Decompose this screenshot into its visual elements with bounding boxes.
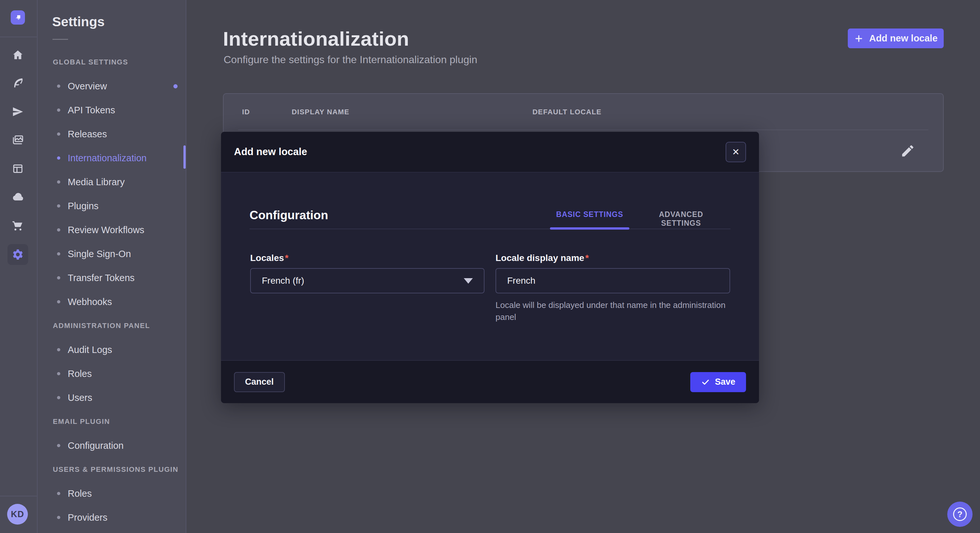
title-divider [52,39,68,40]
sidebar-item-label: Audit Logs [68,344,112,355]
cancel-button[interactable]: Cancel [234,372,285,392]
nav-cart-icon[interactable] [8,215,28,236]
sidebar-item-overview[interactable]: Overview [38,74,186,98]
sidebar-item-label: Providers [68,512,108,523]
nav-section-label: ADMINISTRATION PANEL [38,314,186,338]
configuration-section-title: Configuration [250,209,328,222]
bullet-icon [57,492,60,495]
edit-locale-button[interactable] [900,143,915,159]
strapi-logo-glyph [13,13,23,22]
cloud-icon [12,191,24,203]
locales-label: Locales* [250,253,485,263]
active-item-indicator [183,145,186,169]
display-name-label: Locale display name* [495,253,730,263]
sidebar-item-configuration[interactable]: Configuration [38,434,186,458]
sidebar-item-label: Roles [68,488,92,499]
sidebar-item-internationalization[interactable]: Internationalization [38,146,186,170]
home-icon [12,49,24,61]
cart-icon [12,219,24,232]
gear-icon [12,248,24,261]
bullet-icon [57,516,60,519]
bullet-icon [57,276,60,279]
sidebar-item-audit-logs[interactable]: Audit Logs [38,338,186,362]
sidebar-item-label: Single Sign-On [68,249,131,259]
question-icon: ? [953,508,967,521]
sidebar-item-media-library[interactable]: Media Library [38,170,186,194]
sidebar-item-webhooks[interactable]: Webhooks [38,290,186,314]
locales-select-value: French (fr) [262,276,304,286]
bullet-icon [57,372,60,375]
sidebar-item-transfer-tokens[interactable]: Transfer Tokens [38,266,186,290]
sidebar-item-releases[interactable]: Releases [38,122,186,146]
sidebar-item-label: Roles [68,368,92,379]
nav-images-icon[interactable] [8,130,28,150]
close-button[interactable]: ✕ [725,142,746,162]
nav-feather-icon[interactable] [8,73,28,93]
nav-layout-icon[interactable] [8,159,28,179]
sidebar-item-label: Overview [68,81,107,92]
images-icon [12,134,24,146]
sidebar-item-label: Configuration [68,440,124,451]
bullet-icon [57,180,60,184]
nav-section-label: GLOBAL SETTINGS [38,50,186,74]
sidebar-item-roles[interactable]: Roles [38,482,186,506]
page-subtitle: Configure the settings for the Internati… [224,54,477,66]
sidebar-item-review-workflows[interactable]: Review Workflows [38,218,186,242]
sidebar-item-label: Media Library [68,177,125,187]
sidebar-item-label: Releases [68,129,107,140]
column-header-display-name: DISPLAY NAME [292,108,349,116]
active-tab-underline [550,227,629,230]
display-name-input[interactable] [495,268,730,293]
bullet-icon [57,228,60,232]
plus-icon [854,34,864,43]
page-title: Internationalization [223,27,409,50]
pencil-icon [900,143,915,159]
sidebar-item-label: Review Workflows [68,225,144,235]
locales-field-group: Locales* French (fr) [250,253,485,293]
sidebar-item-users[interactable]: Users [38,385,186,409]
nav-send-icon[interactable] [8,102,28,122]
bullet-icon [57,132,60,136]
tabs-divider [250,228,730,229]
nav-cloud-icon[interactable] [8,187,28,208]
bullet-icon [57,348,60,351]
bullet-icon [57,396,60,399]
nav-gear-icon[interactable] [8,244,28,265]
tab-advanced-settings[interactable]: ADVANCED SETTINGS [641,210,721,228]
nav-home-icon[interactable] [8,45,28,65]
notification-dot [173,84,178,89]
modal-header: Add new locale ✕ [221,132,759,173]
avatar[interactable]: KD [7,504,28,525]
settings-sidebar: Settings GLOBAL SETTINGSOverviewAPI Toke… [38,0,186,533]
sidebar-divider [0,496,37,497]
sidebar-item-api-tokens[interactable]: API Tokens [38,98,186,122]
sidebar-item-label: Webhooks [68,297,112,307]
locales-select[interactable]: French (fr) [250,268,485,293]
sidebar-item-single-sign-on[interactable]: Single Sign-On [38,242,186,266]
send-icon [12,106,24,118]
add-new-locale-button[interactable]: Add new locale [848,29,944,48]
sidebar-item-roles[interactable]: Roles [38,362,186,385]
display-name-helper-text: Locale will be displayed under that name… [495,299,730,323]
layout-icon [12,163,24,175]
settings-nav-title: Settings [52,14,105,30]
tab-basic-settings[interactable]: BASIC SETTINGS [550,210,629,219]
sidebar-item-plugins[interactable]: Plugins [38,194,186,218]
sidebar-item-label: Transfer Tokens [68,273,135,283]
close-icon: ✕ [732,147,740,157]
display-name-field-group: Locale display name* Locale will be disp… [495,253,730,323]
avatar-initials: KD [11,509,24,519]
modal-title: Add new locale [234,146,307,158]
check-icon [701,378,710,387]
bullet-icon [57,108,60,112]
bullet-icon [57,252,60,255]
modal-footer: Cancel Save [221,360,759,403]
bullet-icon [57,444,60,447]
column-header-default-locale: DEFAULT LOCALE [533,108,601,116]
sidebar-item-label: Internationalization [68,153,146,163]
sidebar-item-providers[interactable]: Providers [38,506,186,530]
help-button[interactable]: ? [947,501,972,527]
save-button[interactable]: Save [690,372,746,392]
table-header-divider [238,130,929,130]
strapi-logo-icon[interactable] [11,10,25,25]
